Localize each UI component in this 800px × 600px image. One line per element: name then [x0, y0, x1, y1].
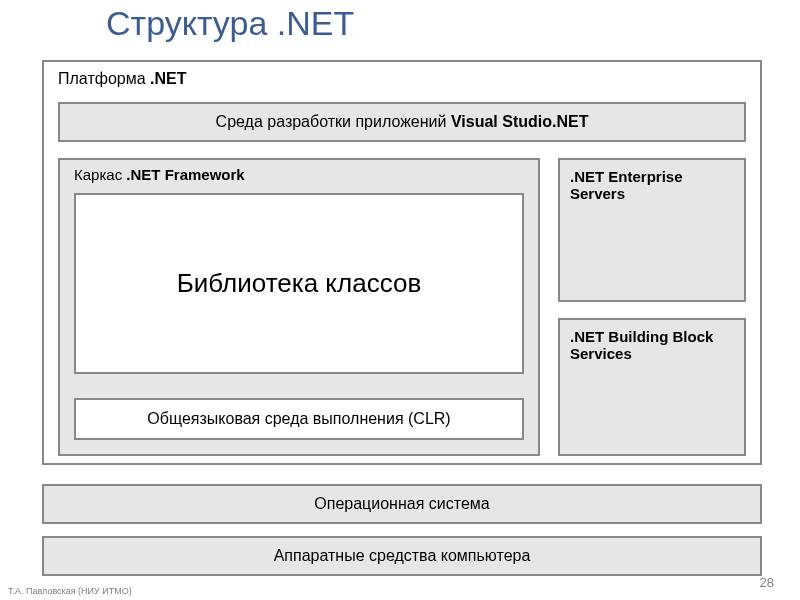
framework-label-prefix: Каркас	[74, 166, 126, 183]
classlib-box: Библиотека классов	[74, 193, 524, 374]
ide-box: Среда разработки приложений Visual Studi…	[58, 102, 746, 142]
ide-label-bold: Visual Studio.NET	[451, 113, 589, 130]
platform-box: Платформа .NET Среда разработки приложен…	[42, 60, 762, 465]
os-box: Операционная система	[42, 484, 762, 524]
platform-label-prefix: Платформа	[58, 70, 150, 87]
ide-label-prefix: Среда разработки приложений	[216, 113, 451, 130]
enterprise-servers-box: .NET Enterprise Servers	[558, 158, 746, 302]
footer-author: Т.А. Павловская (НИУ ИТМО)	[8, 586, 132, 596]
slide-title: Структура .NET	[106, 4, 354, 43]
hardware-box: Аппаратные средства компьютера	[42, 536, 762, 576]
clr-box: Общеязыковая среда выполнения (CLR)	[74, 398, 524, 440]
framework-label: Каркас .NET Framework	[74, 166, 524, 183]
framework-box: Каркас .NET Framework Библиотека классов…	[58, 158, 540, 456]
page-number: 28	[760, 575, 774, 590]
middle-row: Каркас .NET Framework Библиотека классов…	[58, 158, 746, 456]
building-block-services-box: .NET Building Block Services	[558, 318, 746, 456]
framework-label-bold: .NET Framework	[126, 166, 244, 183]
right-column: .NET Enterprise Servers .NET Building Bl…	[558, 158, 746, 456]
platform-label: Платформа .NET	[58, 70, 746, 88]
platform-label-bold: .NET	[150, 70, 186, 87]
